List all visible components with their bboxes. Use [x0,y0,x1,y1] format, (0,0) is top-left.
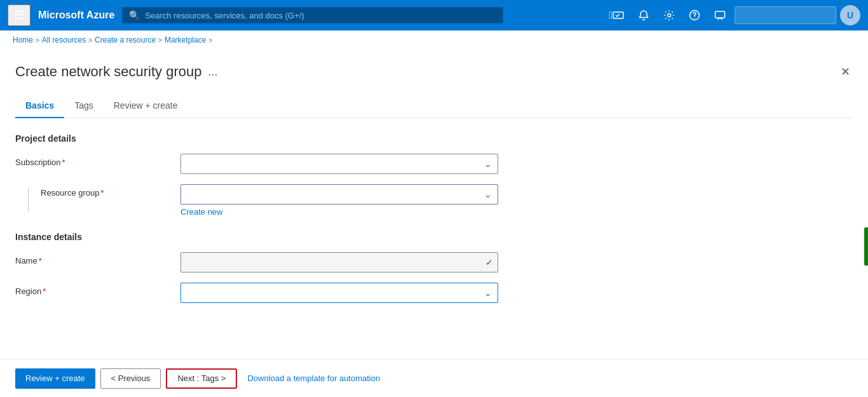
indent-connector [15,184,41,212]
settings-button[interactable] [658,7,680,24]
search-icon: 🔍 [129,10,140,20]
search-bar: 🔍 [122,7,503,24]
footer: Review + create < Previous Next : Tags >… [0,359,868,397]
tab-bar: Basics Tags Review + create [15,94,853,118]
indent-line [28,188,29,212]
resource-group-row: Resource group* Create new [15,184,853,217]
hamburger-menu-button[interactable]: ☰ [8,4,31,26]
breadcrumb-sep-2: > [88,37,92,44]
instance-details-title: Instance details [15,232,853,242]
tab-basics[interactable]: Basics [15,94,64,118]
app-brand: Microsoft Azure [38,10,114,21]
top-navigation: ☰ Microsoft Azure 🔍  U [0,0,868,30]
resource-group-select-wrapper [180,184,498,205]
breadcrumb-sep-4: > [208,37,212,44]
subscription-field [180,154,498,174]
name-row: Name* ✓ [15,252,853,273]
name-field: ✓ [180,252,498,273]
create-new-link[interactable]: Create new [180,207,222,217]
cloud-shell-button[interactable]:  [604,7,629,24]
directory-input [735,6,836,24]
region-select-wrapper [180,283,498,303]
account-avatar[interactable]: U [840,5,860,25]
page-title: Create network security group [15,64,201,80]
next-tags-button[interactable]: Next : Tags > [166,368,237,389]
resource-group-required: * [101,188,104,198]
svg-point-1 [668,14,671,17]
region-field [180,283,498,303]
name-label: Name* [15,252,180,266]
region-label: Region* [15,283,180,296]
tab-review-create[interactable]: Review + create [104,94,188,118]
main-content: Create network security group ... ✕ Basi… [0,50,868,397]
name-required: * [39,256,42,266]
page-header: Create network security group ... ✕ [15,62,853,81]
svg-rect-4 [715,11,725,18]
project-details-section: Project details Subscription* Resource g… [15,133,853,217]
feedback-button[interactable] [709,7,731,24]
help-button[interactable] [684,7,705,24]
resource-group-select[interactable] [180,184,498,205]
breadcrumb-marketplace[interactable]: Marketplace [165,36,206,44]
name-input-wrapper: ✓ [180,252,498,273]
previous-button[interactable]: < Previous [100,368,161,389]
subscription-row: Subscription* [15,154,853,174]
instance-details-section: Instance details Name* ✓ Region* [15,232,853,303]
name-input[interactable] [180,252,498,273]
subscription-select-wrapper [180,154,498,174]
breadcrumb-home[interactable]: Home [13,36,33,44]
name-checkmark-icon: ✓ [485,257,493,267]
region-select[interactable] [180,283,498,303]
notifications-button[interactable] [633,7,654,24]
topnav-icon-group:  U [604,5,860,25]
svg-point-3 [694,18,695,19]
page-title-menu-icon[interactable]: ... [208,65,217,79]
region-required: * [43,286,46,296]
search-input[interactable] [145,11,496,20]
review-create-button[interactable]: Review + create [15,368,95,389]
project-details-title: Project details [15,133,853,144]
breadcrumb-create-resource[interactable]: Create a resource [95,36,156,44]
tab-tags[interactable]: Tags [64,94,104,118]
download-template-link[interactable]: Download a template for automation [247,373,380,383]
resource-group-label: Resource group* [41,184,180,198]
green-progress-indicator [864,227,868,266]
region-row: Region* [15,283,853,303]
subscription-label: Subscription* [15,154,180,167]
subscription-required: * [62,158,65,167]
breadcrumb-sep-3: > [158,37,162,44]
breadcrumb-all-resources[interactable]: All resources [42,36,86,44]
breadcrumb: Home > All resources > Create a resource… [0,30,868,50]
resource-group-field: Create new [180,184,498,217]
breadcrumb-sep-1: > [36,37,39,44]
subscription-select[interactable] [180,154,498,174]
close-button[interactable]: ✕ [838,62,853,81]
